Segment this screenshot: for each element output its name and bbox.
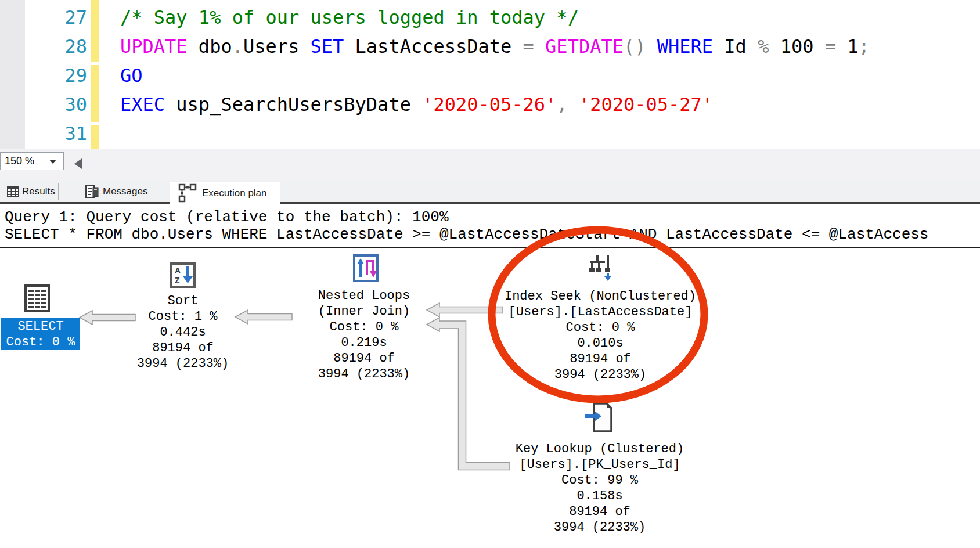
code-line[interactable]: 28UPDATE dbo.Users SET LastAccessDate = …: [0, 33, 980, 62]
nested-loops-icon[interactable]: [353, 254, 379, 285]
node-text-line: Cost: 0 %: [502, 320, 699, 336]
node-label: SELECT: [1, 319, 80, 334]
line-number: 27: [0, 6, 87, 28]
key-lookup-icon[interactable]: [584, 402, 614, 436]
plan-node-key-lookup[interactable]: Key Lookup (Clustered)[Users].[PK_Users_…: [501, 441, 698, 535]
select-result-icon[interactable]: [24, 284, 50, 315]
sql-editor[interactable]: 27/* Say 1% of our users logged in today…: [0, 0, 980, 149]
execution-plan-icon: [178, 183, 197, 206]
zoom-level-value: 150 %: [5, 155, 34, 167]
index-seek-icon[interactable]: [586, 253, 614, 284]
tab-execution-plan-label: Execution plan: [202, 188, 267, 199]
plan-node-sort[interactable]: SortCost: 1 %0.442s89194 of3994 (2233%): [96, 293, 270, 372]
node-text-line: 0.010s: [502, 336, 699, 351]
tab-execution-plan[interactable]: Execution plan: [170, 182, 280, 204]
plan-node-index-seek[interactable]: Index Seek (NonClustered)[Users].[LastAc…: [502, 289, 699, 383]
line-number: 31: [0, 122, 87, 145]
tab-results-label: Results: [22, 186, 55, 197]
plan-node-select[interactable]: SELECT Cost: 0 %: [1, 318, 80, 350]
node-text-line: [Users].[LastAccessDate]: [502, 304, 699, 320]
node-cost: Cost: 0 %: [1, 334, 80, 350]
tab-messages[interactable]: Messages: [58, 181, 170, 202]
node-text-line: Cost: 99 %: [501, 473, 698, 488]
plan-divider: [0, 247, 980, 248]
code-text: /* Say 1% of our users logged in today *…: [120, 6, 579, 28]
node-text-line: Index Seek (NonClustered): [502, 289, 699, 304]
code-line[interactable]: 30EXEC usp_SearchUsersByDate '2020-05-26…: [0, 91, 980, 120]
results-grid-icon: [7, 185, 19, 201]
scroll-left-arrow-button[interactable]: [74, 158, 82, 169]
line-number: 29: [0, 64, 87, 86]
code-text: GO: [120, 64, 143, 86]
node-text-line: 89194 of: [96, 340, 270, 356]
query-cost-header: Query 1: Query cost (relative to the bat…: [5, 208, 449, 226]
ssms-window: 27/* Say 1% of our users logged in today…: [0, 0, 980, 548]
node-text-line: Cost: 0 %: [277, 319, 451, 335]
code-text: EXEC usp_SearchUsersByDate '2020-05-26',…: [120, 93, 713, 116]
node-text-line: 3994 (2233%): [502, 367, 699, 383]
code-lines: 27/* Say 1% of our users logged in today…: [0, 3, 980, 149]
zoom-level-dropdown[interactable]: 150 %: [0, 152, 64, 170]
code-line[interactable]: 27/* Say 1% of our users logged in today…: [0, 3, 980, 33]
plan-arrows-and-annotation: [0, 204, 980, 548]
tab-messages-label: Messages: [103, 186, 147, 197]
node-text-line: Sort: [96, 293, 270, 309]
results-tabbar: Results Messages: [0, 181, 980, 204]
execution-plan-pane: Query 1: Query cost (relative to the bat…: [0, 204, 980, 548]
node-text-line: Nested Loops: [277, 288, 451, 304]
messages-icon: [85, 185, 99, 202]
tab-results[interactable]: Results: [0, 181, 58, 202]
code-line[interactable]: 29GO: [0, 62, 980, 91]
node-text-line: 3994 (2233%): [501, 520, 698, 535]
code-text: UPDATE dbo.Users SET LastAccessDate = GE…: [120, 35, 870, 57]
svg-text:Z: Z: [175, 276, 180, 285]
code-line[interactable]: 31: [0, 120, 980, 149]
node-text-line: 3994 (2233%): [277, 366, 451, 382]
node-text-line: 89194 of: [277, 351, 451, 366]
node-text-line: Key Lookup (Clustered): [501, 441, 698, 457]
node-text-line: 0.158s: [501, 488, 698, 504]
editor-hscrollbar[interactable]: 150 %: [0, 149, 980, 181]
node-text-line: 0.442s: [96, 325, 270, 340]
query-statement-text[interactable]: SELECT * FROM dbo.Users WHERE LastAccess…: [5, 226, 928, 243]
node-text-line: [Users].[PK_Users_Id]: [501, 457, 698, 473]
plan-node-nested-loops[interactable]: Nested Loops(Inner Join)Cost: 0 %0.219s8…: [277, 288, 451, 382]
line-number: 30: [0, 93, 87, 116]
node-text-line: 89194 of: [501, 504, 698, 520]
node-text-line: Cost: 1 %: [96, 309, 270, 325]
node-text-line: 89194 of: [502, 351, 699, 367]
line-number: 28: [0, 35, 87, 57]
node-text-line: 0.219s: [277, 335, 451, 351]
svg-text:A: A: [175, 266, 181, 275]
node-text-line: 3994 (2233%): [96, 356, 270, 372]
sort-icon[interactable]: A Z: [170, 262, 196, 291]
chevron-down-icon: [49, 160, 56, 164]
node-text-line: (Inner Join): [277, 304, 451, 319]
